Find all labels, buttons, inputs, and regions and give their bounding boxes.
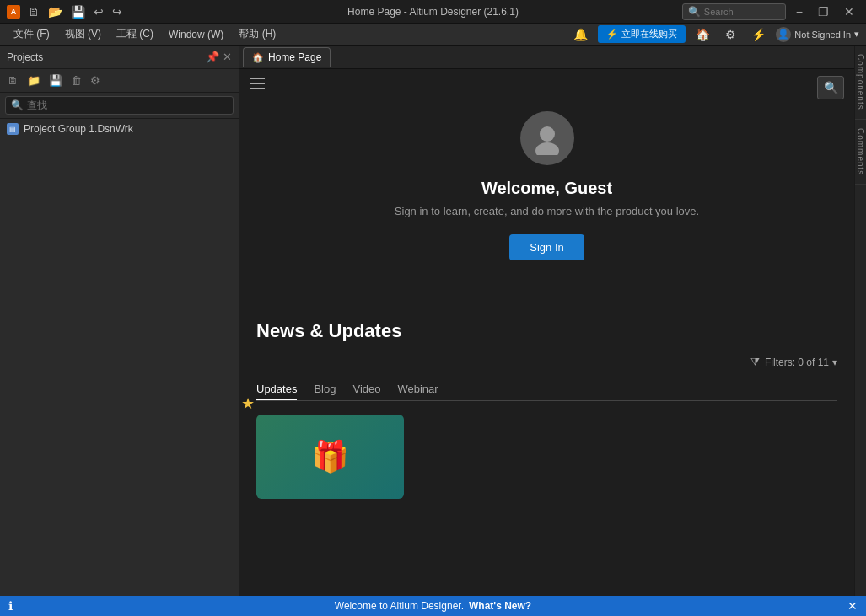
- news-card[interactable]: 🎁: [256, 415, 404, 499]
- buy-label: 立即在线购买: [621, 28, 677, 40]
- pin-icon[interactable]: 📌: [206, 51, 219, 63]
- sidebar-header-icons: 📌 ✕: [206, 51, 232, 63]
- gift-icon: 🎁: [311, 439, 349, 474]
- news-section: News & Updates ⧩ Filters: 0 of 11 ▾ Upda…: [239, 320, 854, 516]
- sidebar-toolbar: 🗎 📁 💾 🗑 ⚙: [0, 69, 239, 93]
- window-title: Home Page - Altium Designer (21.6.1): [347, 6, 519, 18]
- menu-help[interactable]: 帮助 (H): [232, 24, 282, 44]
- user-status-label: Not Signed In: [794, 29, 851, 40]
- info-icon: ℹ: [8, 599, 13, 613]
- bottom-bar-close[interactable]: ✕: [847, 599, 858, 613]
- project-group-icon: ▤: [7, 123, 19, 135]
- news-tabs: Updates Blog Video Webinar: [256, 379, 837, 401]
- close-project-icon[interactable]: 🗑: [68, 72, 84, 88]
- redo-icon[interactable]: ↪: [110, 3, 125, 20]
- welcome-section: Welcome, Guest Sign in to learn, create,…: [239, 69, 854, 294]
- settings-icon[interactable]: ⚙: [720, 26, 741, 43]
- content-search-button[interactable]: 🔍: [817, 76, 844, 99]
- open-icon[interactable]: 📂: [46, 3, 65, 20]
- user-area[interactable]: 👤 Not Signed In ▾: [776, 27, 859, 42]
- star-icon: ★: [241, 394, 255, 413]
- home-tab-icon: 🏠: [252, 52, 264, 63]
- tab-blog[interactable]: Blog: [314, 379, 336, 400]
- welcome-title: Welcome, Guest: [481, 179, 612, 198]
- side-panels: Components Comments: [854, 46, 866, 596]
- global-search-input[interactable]: [704, 7, 780, 17]
- notification-icon[interactable]: 🔔: [568, 26, 593, 43]
- global-search-box[interactable]: 🔍: [682, 3, 786, 20]
- filters-label: Filters: 0 of 11: [765, 356, 829, 368]
- toolbar-icons: 🗎 📂 💾 ↩ ↪: [25, 3, 125, 20]
- new-icon[interactable]: 🗎: [25, 3, 42, 20]
- menu-file[interactable]: 文件 (F): [7, 24, 56, 44]
- buy-button[interactable]: ⚡ 立即在线购买: [598, 25, 686, 43]
- filter-icon: ⧩: [750, 356, 760, 369]
- menu-view[interactable]: 视图 (V): [58, 24, 108, 44]
- hamburger-menu[interactable]: [250, 78, 265, 89]
- avatar: [520, 111, 574, 165]
- search-small-icon: 🔍: [11, 99, 24, 111]
- hamburger-line3: [250, 88, 265, 89]
- open-project-icon[interactable]: 📁: [24, 72, 43, 88]
- menu-project[interactable]: 工程 (C): [110, 24, 160, 44]
- search-icon: 🔍: [688, 6, 701, 18]
- tab-updates[interactable]: Updates: [256, 379, 297, 400]
- cards-row: ★ 🎁: [256, 415, 837, 499]
- lightning-icon: ⚡: [606, 29, 618, 40]
- menu-bar: 文件 (F) 视图 (V) 工程 (C) Window (W) 帮助 (H) 🔔…: [0, 24, 866, 46]
- new-project-icon[interactable]: 🗎: [5, 72, 21, 88]
- content-inner: 🔍 Welcome, Guest Sign in to learn, creat…: [239, 69, 854, 596]
- sidebar-content: ▤ Project Group 1.DsnWrk: [0, 119, 239, 596]
- lightning2-icon[interactable]: ⚡: [746, 26, 771, 43]
- tab-home-label: Home Page: [268, 51, 321, 63]
- title-right: 🔍 − ❐ ✕: [682, 3, 859, 20]
- undo-icon[interactable]: ↩: [91, 3, 106, 20]
- comments-panel-tab[interactable]: Comments: [855, 120, 866, 185]
- restore-button[interactable]: ❐: [813, 3, 834, 20]
- sidebar-header: Projects 📌 ✕: [0, 46, 239, 69]
- list-item[interactable]: ▤ Project Group 1.DsnWrk: [0, 119, 239, 139]
- project-group-name: Project Group 1.DsnWrk: [24, 123, 133, 135]
- chevron-down-icon: ▾: [854, 29, 859, 40]
- welcome-subtitle: Sign in to learn, create, and do more wi…: [395, 205, 699, 217]
- menu-right-actions: 🔔 ⚡ 立即在线购买 🏠 ⚙ ⚡ 👤 Not Signed In ▾: [568, 25, 859, 43]
- project-settings-icon[interactable]: ⚙: [88, 72, 103, 88]
- sidebar-title: Projects: [7, 51, 43, 63]
- hamburger-line1: [250, 78, 265, 79]
- svg-point-1: [535, 142, 559, 155]
- chevron-filter-icon: ▾: [832, 356, 837, 368]
- tab-bar: 🏠 Home Page: [239, 46, 854, 69]
- close-button[interactable]: ✕: [839, 3, 859, 20]
- project-search-box[interactable]: 🔍: [5, 96, 234, 115]
- sidebar-search: 🔍: [0, 93, 239, 119]
- home-icon[interactable]: 🏠: [691, 26, 715, 43]
- section-divider: [256, 303, 837, 303]
- bottom-bar: ℹ Welcome to Altium Designer. What's New…: [0, 596, 866, 616]
- title-bar: A 🗎 📂 💾 ↩ ↪ Home Page - Altium Designer …: [0, 0, 866, 24]
- bottom-message: Welcome to Altium Designer.: [335, 600, 464, 612]
- title-left: A 🗎 📂 💾 ↩ ↪: [7, 3, 125, 20]
- main-layout: Projects 📌 ✕ 🗎 📁 💾 🗑 ⚙ 🔍 ▤ Project Group…: [0, 46, 866, 596]
- menu-window[interactable]: Window (W): [162, 26, 230, 43]
- save-project-icon[interactable]: 💾: [46, 72, 65, 88]
- app-icon: A: [7, 5, 20, 19]
- components-panel-tab[interactable]: Components: [855, 46, 866, 120]
- hamburger-line2: [250, 83, 265, 84]
- filters-bar: ⧩ Filters: 0 of 11 ▾: [256, 356, 837, 369]
- avatar-icon: [530, 121, 564, 155]
- sign-in-button[interactable]: Sign In: [509, 234, 584, 260]
- minimize-button[interactable]: −: [791, 3, 808, 20]
- whats-new-link[interactable]: What's New?: [469, 600, 531, 612]
- tab-webinar[interactable]: Webinar: [397, 379, 438, 400]
- news-title: News & Updates: [256, 320, 837, 342]
- user-avatar-icon: 👤: [776, 27, 791, 42]
- svg-point-0: [540, 126, 555, 142]
- content-area: 🏠 Home Page 🔍 We: [239, 46, 854, 596]
- sidebar: Projects 📌 ✕ 🗎 📁 💾 🗑 ⚙ 🔍 ▤ Project Group…: [0, 46, 239, 596]
- project-search-input[interactable]: [27, 99, 228, 111]
- tab-video[interactable]: Video: [352, 379, 380, 400]
- sidebar-close-icon[interactable]: ✕: [223, 51, 232, 63]
- filters-dropdown[interactable]: Filters: 0 of 11 ▾: [765, 356, 837, 368]
- tab-home-page[interactable]: 🏠 Home Page: [243, 47, 331, 67]
- save-icon[interactable]: 💾: [68, 3, 88, 20]
